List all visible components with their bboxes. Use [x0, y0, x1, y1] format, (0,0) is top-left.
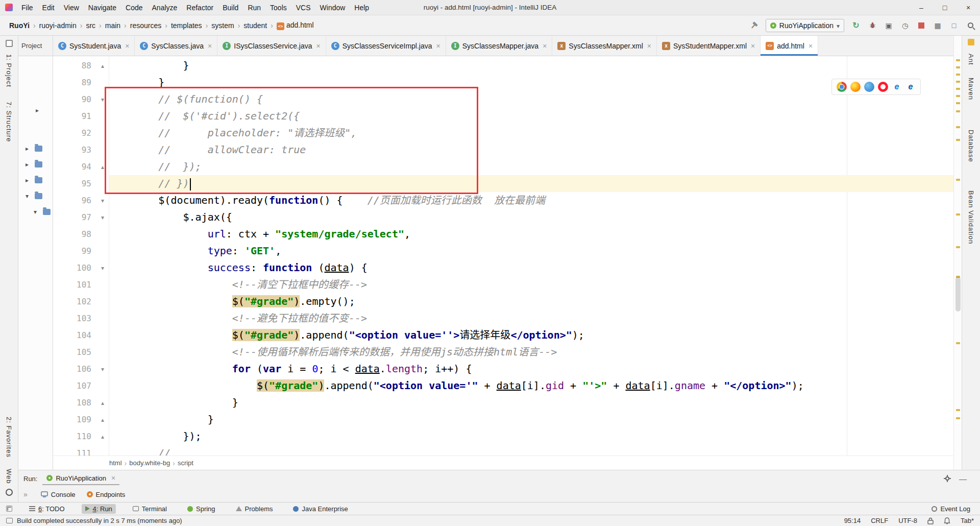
code-line[interactable]: <!--避免下拉框的值不变-->: [109, 310, 953, 327]
project-tool-icon[interactable]: [6, 40, 13, 47]
breadcrumb-item[interactable]: system: [210, 21, 235, 30]
run-config-tab[interactable]: RuoYiApplication ×: [42, 472, 119, 485]
run-configuration-select[interactable]: RuoYiApplication: [766, 19, 844, 32]
tree-row[interactable]: ▾: [26, 190, 42, 202]
settings-gear-icon[interactable]: [944, 475, 951, 482]
project-tree[interactable]: ▸▸▸▸▾▾: [18, 56, 53, 470]
editor-tab-active[interactable]: <>add.html×: [761, 36, 818, 56]
scrollbar-thumb[interactable]: [955, 277, 961, 312]
code-line[interactable]: // });: [109, 158, 953, 175]
code-line[interactable]: }: [109, 411, 953, 428]
editor-breadcrumb-item[interactable]: html: [109, 459, 122, 467]
firefox-browser-icon[interactable]: [850, 82, 861, 92]
fold-down-icon[interactable]: ▾: [96, 214, 109, 221]
breadcrumb-item[interactable]: main: [104, 21, 121, 30]
editor-tab[interactable]: CSysStudent.java×: [53, 36, 135, 56]
tool-stripe-maven[interactable]: Maven: [967, 78, 975, 100]
chevron-right-icon[interactable]: ▸: [36, 107, 43, 114]
tab-close-icon[interactable]: ×: [543, 42, 547, 50]
tab-close-icon[interactable]: ×: [808, 42, 813, 50]
error-stripe[interactable]: [953, 36, 962, 470]
fold-down-icon[interactable]: ▾: [96, 197, 109, 204]
fold-down-icon[interactable]: ▾: [96, 366, 109, 373]
menu-vcs[interactable]: VCS: [291, 0, 315, 15]
editor-tab[interactable]: ISysClassesMapper.java×: [446, 36, 553, 56]
minimize-button[interactable]: –: [910, 0, 933, 15]
code-line[interactable]: // }): [109, 175, 953, 192]
breadcrumb-item[interactable]: RuoYi: [8, 21, 31, 30]
chrome-browser-icon[interactable]: [837, 82, 847, 92]
close-button[interactable]: ×: [957, 0, 980, 15]
code-line[interactable]: }: [109, 74, 953, 91]
menu-window[interactable]: Window: [315, 0, 350, 15]
code-line[interactable]: type: 'GET',: [109, 243, 953, 259]
profiler-icon[interactable]: ◷: [900, 21, 910, 30]
editor-tab[interactable]: CSysClasses.java×: [135, 36, 217, 56]
code-line[interactable]: $.ajax({: [109, 209, 953, 226]
chevron-right-icon[interactable]: ▸: [26, 145, 33, 152]
code-line[interactable]: });: [109, 428, 953, 445]
code-area[interactable]: } } // $(function() { // $('#cid').selec…: [109, 56, 953, 456]
project-panel-header[interactable]: Project: [18, 36, 53, 56]
fold-up-icon[interactable]: ▴: [96, 416, 109, 423]
build-hammer-icon[interactable]: [749, 21, 758, 30]
menu-code[interactable]: Code: [121, 0, 147, 15]
tool-stripe-bean-validation[interactable]: Bean Validation: [967, 190, 975, 244]
code-line[interactable]: // $('#cid').select2({: [109, 108, 953, 125]
notifications-bell-icon[interactable]: [944, 517, 950, 524]
fold-up-icon[interactable]: ▴: [96, 399, 109, 407]
chevron-down-icon[interactable]: ▾: [26, 193, 33, 200]
toolwindow-button-4-run[interactable]: 4: Run: [82, 504, 116, 514]
editor-tab[interactable]: xSysStudentMapper.xml×: [657, 36, 761, 56]
editor-breadcrumb-item[interactable]: script: [178, 459, 193, 467]
menu-analyze[interactable]: Analyze: [148, 0, 182, 15]
search-everywhere-icon[interactable]: [966, 21, 975, 30]
breadcrumb-item[interactable]: <>add.html: [276, 21, 315, 30]
editor-tab[interactable]: CSysClassesServiceImpl.java×: [326, 36, 446, 56]
tab-close-icon[interactable]: ×: [208, 42, 212, 50]
tree-row[interactable]: ▸: [26, 159, 42, 170]
lock-icon[interactable]: [927, 517, 934, 524]
tool-stripe-web[interactable]: Web: [5, 469, 13, 484]
web-tool-icon[interactable]: [6, 489, 13, 496]
tab-close-icon[interactable]: ×: [436, 42, 440, 50]
tool-stripe-database[interactable]: Database: [967, 130, 975, 162]
edge-browser-icon[interactable]: e: [905, 82, 916, 92]
code-line[interactable]: success: function (data) {: [109, 259, 953, 276]
toolwindow-button-spring[interactable]: Spring: [184, 504, 219, 514]
debug-icon[interactable]: [868, 21, 877, 30]
code-line[interactable]: // $(function() {: [109, 91, 953, 108]
rerun-icon[interactable]: ↻: [851, 21, 861, 30]
menu-file[interactable]: File: [17, 0, 38, 15]
menu-refactor[interactable]: Refactor: [182, 0, 218, 15]
breadcrumb-item[interactable]: ruoyi-admin: [38, 21, 78, 30]
indent-info[interactable]: Tab*: [961, 517, 974, 524]
code-line[interactable]: }: [109, 394, 953, 411]
editor-tab[interactable]: xSysClassesMapper.xml×: [552, 36, 657, 56]
tab-close-icon[interactable]: ×: [111, 474, 115, 482]
editor-tab[interactable]: IISysClassesService.java×: [217, 36, 326, 56]
code-line[interactable]: $("#grade").append("<option value=''>请选择…: [109, 327, 953, 344]
menu-view[interactable]: View: [59, 0, 84, 15]
tool-window-icon[interactable]: □: [949, 21, 959, 30]
tool-stripe-favorites[interactable]: 2: Favorites: [5, 417, 13, 458]
fold-up-icon[interactable]: ▴: [96, 62, 109, 69]
code-line[interactable]: $("#grade").append("<option value='" + d…: [109, 377, 953, 394]
tool-stripe-ant[interactable]: Ant: [967, 54, 975, 65]
tree-row[interactable]: ▸: [36, 105, 43, 116]
tab-close-icon[interactable]: ×: [316, 42, 321, 50]
tool-stripe-structure[interactable]: 7: Structure: [5, 102, 13, 142]
menu-run[interactable]: Run: [243, 0, 265, 15]
code-line[interactable]: <!--使用循环解析后端传来的数据，并用使用js动态拼接html语言-->: [109, 344, 953, 361]
code-line[interactable]: $(document).ready(function() { //页面加载时运行…: [109, 192, 953, 209]
code-line[interactable]: // allowClear: true: [109, 141, 953, 158]
run-subtab-endpoints[interactable]: Endpoints: [87, 491, 126, 498]
maximize-button[interactable]: □: [933, 0, 957, 15]
fold-down-icon[interactable]: ▾: [96, 265, 109, 272]
tab-close-icon[interactable]: ×: [647, 42, 651, 50]
stop-icon[interactable]: [917, 21, 926, 30]
fold-up-icon[interactable]: ▴: [96, 433, 109, 440]
caret-position[interactable]: 95:14: [844, 517, 861, 524]
file-status-icon[interactable]: [968, 39, 974, 45]
menu-build[interactable]: Build: [218, 0, 243, 15]
